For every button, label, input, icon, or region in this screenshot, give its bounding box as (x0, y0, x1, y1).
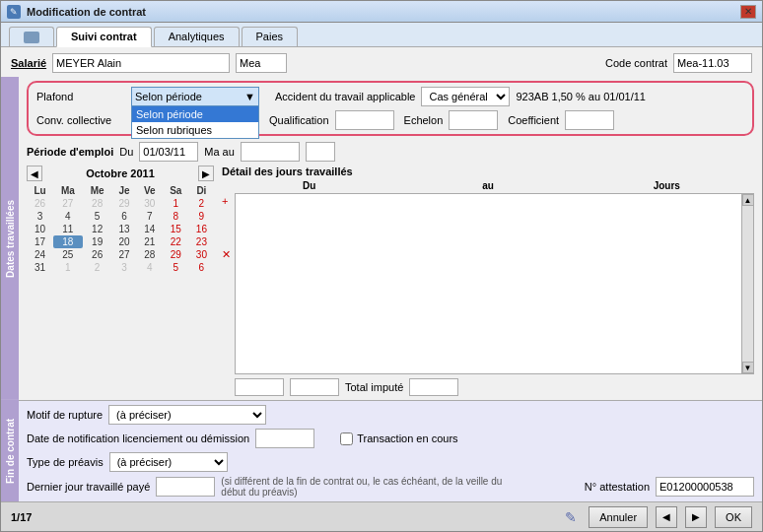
detail-content: ▲ ▼ (235, 193, 754, 374)
cal-day[interactable]: 15 (163, 223, 189, 235)
add-row-button[interactable]: + (222, 195, 231, 207)
total-box-1 (235, 378, 284, 396)
detail-scrollbar[interactable]: ▲ ▼ (741, 194, 753, 373)
cal-prev-button[interactable]: ◀ (27, 166, 42, 181)
cal-day[interactable]: 30 (189, 248, 214, 261)
ok-button[interactable]: OK (715, 506, 752, 528)
ma-input[interactable] (241, 142, 300, 162)
cal-day[interactable]: 29 (112, 197, 137, 210)
window-title: Modification de contrat (27, 6, 740, 18)
tab-suivi-contrat[interactable]: Suivi contrat (56, 27, 152, 47)
transaction-checkbox[interactable] (340, 432, 353, 445)
cal-day[interactable]: 4 (137, 261, 163, 274)
cal-day[interactable]: 17 (27, 235, 53, 248)
cal-day[interactable]: 24 (27, 248, 53, 261)
date-notif-label: Date de notification licenciement ou dém… (27, 432, 249, 444)
cal-day[interactable]: 5 (163, 261, 189, 274)
tab-paies[interactable]: Paies (242, 27, 299, 46)
periode-row: Période d'emploi Du Ma au (27, 142, 754, 162)
motif-dropdown[interactable]: (à préciser) (108, 405, 266, 425)
salarie-name-input[interactable] (52, 53, 230, 73)
ma-input2[interactable] (306, 142, 335, 162)
fin-panel: Motif de rupture (à préciser) Date de no… (19, 400, 762, 501)
cal-day[interactable]: 26 (27, 197, 53, 210)
cal-week-row: 3456789 (27, 210, 214, 223)
cal-day[interactable]: 22 (163, 235, 189, 248)
main-panel: Plafond Selon période ▼ Selon période Se… (19, 77, 762, 400)
cal-day[interactable]: 31 (27, 261, 53, 274)
annuler-button[interactable]: Annuler (589, 506, 648, 528)
cal-next-button[interactable]: ▶ (198, 166, 214, 181)
plafond-label: Plafond (36, 91, 125, 102)
cal-header-me: Me (83, 184, 112, 197)
detail-title: Détail des jours travaillés (222, 166, 754, 177)
cal-day[interactable]: 5 (83, 210, 112, 223)
cal-day[interactable]: 25 (53, 248, 83, 261)
attestation-input[interactable] (656, 477, 754, 497)
next-nav-button[interactable]: ▶ (685, 506, 707, 528)
plafond-dropdown[interactable]: Selon période ▼ (131, 87, 259, 106)
scroll-up-button[interactable]: ▲ (742, 194, 754, 206)
cal-day[interactable]: 30 (137, 197, 163, 210)
preavis-dropdown[interactable]: (à préciser) (109, 452, 228, 472)
cal-day[interactable]: 28 (83, 197, 112, 210)
cal-day[interactable]: 28 (137, 248, 163, 261)
cal-day[interactable]: 1 (163, 197, 189, 210)
motif-row: Motif de rupture (à préciser) (27, 405, 754, 425)
remove-row-button[interactable]: ✕ (222, 248, 231, 261)
cal-day[interactable]: 2 (83, 261, 112, 274)
sections-area: Dates travaillées Plafond Selon période … (1, 77, 762, 400)
cal-day[interactable]: 27 (112, 248, 137, 261)
prev-nav-button[interactable]: ◀ (656, 506, 677, 528)
plafond-option-2[interactable]: Selon rubriques (132, 122, 258, 138)
cal-day[interactable]: 4 (53, 210, 83, 223)
cal-day[interactable]: 18 (53, 235, 83, 248)
scroll-down-button[interactable]: ▼ (742, 362, 754, 373)
cal-day[interactable]: 8 (163, 210, 189, 223)
cal-day[interactable]: 26 (83, 248, 112, 261)
cal-day[interactable]: 6 (189, 261, 214, 274)
cal-day[interactable]: 29 (163, 248, 189, 261)
coefficient-label: Coefficient (508, 114, 559, 126)
cal-day[interactable]: 1 (53, 261, 83, 274)
echelon-input[interactable] (449, 110, 498, 130)
coefficient-input[interactable] (565, 110, 614, 130)
cal-header-je: Je (112, 184, 137, 197)
transaction-label: Transaction en cours (357, 432, 457, 444)
tab-icon[interactable] (9, 27, 54, 46)
cal-day[interactable]: 3 (112, 261, 137, 274)
qualification-input[interactable] (335, 110, 394, 130)
cal-day[interactable]: 21 (137, 235, 163, 248)
salarie-short-input[interactable] (236, 53, 287, 73)
cal-day[interactable]: 10 (27, 223, 53, 235)
cal-day[interactable]: 12 (83, 223, 112, 235)
accident-info: 923AB 1,50 % au 01/01/11 (516, 91, 646, 102)
code-contrat-input[interactable] (673, 53, 752, 73)
cal-day[interactable]: 13 (112, 223, 137, 235)
plafond-dropdown-list: Selon période Selon rubriques (131, 105, 259, 139)
cal-day[interactable]: 3 (27, 210, 53, 223)
cal-day[interactable]: 9 (189, 210, 214, 223)
salarie-label: Salarié (11, 57, 46, 69)
dernier-input[interactable] (156, 477, 215, 497)
cal-day[interactable]: 6 (112, 210, 137, 223)
cal-day[interactable]: 14 (137, 223, 163, 235)
plafond-option-1[interactable]: Selon période (132, 106, 258, 122)
du-input[interactable] (139, 142, 198, 162)
detail-area: Détail des jours travaillés Du au Jours … (222, 166, 754, 396)
fin-contrat-label: Fin de contrat (1, 400, 19, 501)
cal-day[interactable]: 2 (189, 197, 214, 210)
cal-day[interactable]: 16 (189, 223, 214, 235)
tab-analytiques[interactable]: Analytiques (154, 27, 240, 46)
cal-day[interactable]: 20 (112, 235, 137, 248)
cal-day[interactable]: 19 (83, 235, 112, 248)
cal-day[interactable]: 7 (137, 210, 163, 223)
accident-dropdown[interactable]: Cas général (421, 87, 510, 106)
calendar-nav: ◀ Octobre 2011 ▶ (27, 166, 214, 181)
date-notif-input[interactable] (255, 429, 314, 448)
cal-day[interactable]: 23 (189, 235, 214, 248)
col-jours: Jours (580, 180, 754, 191)
cal-day[interactable]: 11 (53, 223, 83, 235)
cal-day[interactable]: 27 (53, 197, 83, 210)
close-button[interactable]: ✕ (740, 5, 756, 19)
